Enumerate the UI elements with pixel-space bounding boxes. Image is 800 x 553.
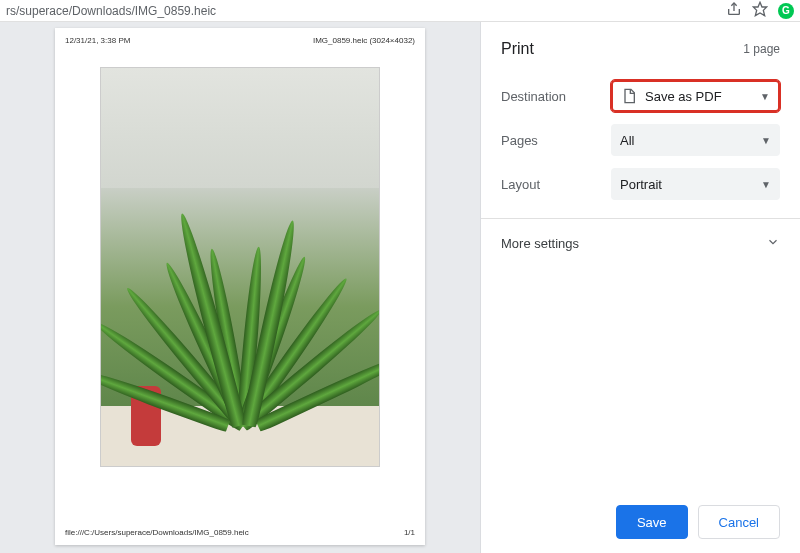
- destination-label: Destination: [501, 89, 611, 104]
- save-button[interactable]: Save: [616, 505, 688, 539]
- layout-select[interactable]: Portrait ▼: [611, 168, 780, 200]
- chevron-down-icon: ▼: [760, 91, 770, 102]
- cancel-button[interactable]: Cancel: [698, 505, 780, 539]
- more-settings-toggle[interactable]: More settings: [481, 219, 800, 268]
- preview-footer-path: file:///C:/Users/superace/Downloads/IMG_…: [65, 528, 249, 537]
- layout-value: Portrait: [620, 177, 662, 192]
- url-text: rs/superace/Downloads/IMG_0859.heic: [6, 4, 726, 18]
- chevron-down-icon: [766, 235, 780, 252]
- share-icon[interactable]: [726, 1, 742, 20]
- page-count: 1 page: [743, 42, 780, 56]
- pages-select[interactable]: All ▼: [611, 124, 780, 156]
- pages-value: All: [620, 133, 634, 148]
- destination-value: Save as PDF: [645, 89, 722, 104]
- chevron-down-icon: ▼: [761, 179, 771, 190]
- panel-title: Print: [501, 40, 534, 58]
- svg-marker-0: [753, 2, 766, 15]
- chevron-down-icon: ▼: [761, 135, 771, 146]
- star-icon[interactable]: [752, 1, 768, 20]
- pages-label: Pages: [501, 133, 611, 148]
- print-preview-area: 12/31/21, 3:38 PM IMG_0859.heic (3024×40…: [0, 22, 480, 553]
- destination-select[interactable]: Save as PDF ▼: [611, 80, 780, 112]
- print-panel: Print 1 page Destination Save as PDF ▼ P…: [480, 22, 800, 553]
- preview-filename: IMG_0859.heic (3024×4032): [313, 36, 415, 45]
- preview-image: [100, 67, 380, 467]
- preview-page: 12/31/21, 3:38 PM IMG_0859.heic (3024×40…: [55, 28, 425, 545]
- address-bar: rs/superace/Downloads/IMG_0859.heic G: [0, 0, 800, 22]
- more-settings-label: More settings: [501, 236, 579, 251]
- preview-footer-pagenum: 1/1: [404, 528, 415, 537]
- layout-label: Layout: [501, 177, 611, 192]
- pdf-icon: [621, 88, 637, 104]
- preview-timestamp: 12/31/21, 3:38 PM: [65, 36, 130, 45]
- extension-grammarly-icon[interactable]: G: [778, 3, 794, 19]
